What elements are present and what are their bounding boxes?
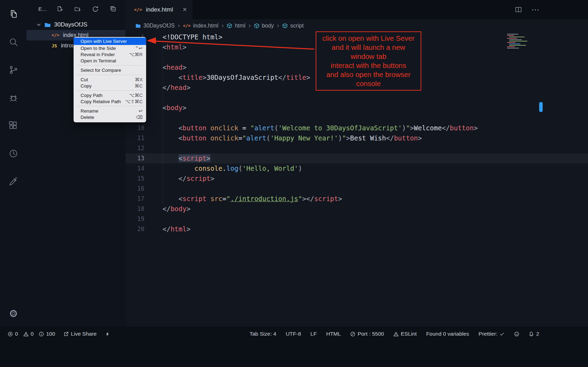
code-text: <button onclick = "alert('Welcome to 30D…: [163, 123, 478, 133]
split-editor-icon[interactable]: [515, 6, 522, 13]
line-number[interactable]: 11: [126, 133, 150, 143]
refresh-icon[interactable]: [92, 6, 99, 12]
more-actions-icon[interactable]: ⋯: [532, 6, 539, 14]
context-menu: Open with Live ServerOpen to the Side⌃↩R…: [74, 37, 146, 122]
menu-item-open-with-live-server[interactable]: Open with Live Server: [74, 38, 146, 45]
breadcrumb-item-index-html[interactable]: </>index.html: [183, 23, 219, 29]
status-utf-8[interactable]: UTF-8: [286, 331, 301, 337]
breadcrumb-item-script[interactable]: script: [282, 23, 303, 29]
code-line-10[interactable]: 10 <button onclick = "alert('Welcome to …: [126, 123, 588, 133]
menu-item-copy[interactable]: Copy⌘C: [74, 83, 146, 89]
menu-item-reveal-in-finder[interactable]: Reveal in Finder⌥⌘R: [74, 51, 146, 58]
menu-item-copy-path[interactable]: Copy Path⌥⌘C: [74, 92, 146, 98]
search-icon[interactable]: [8, 36, 19, 47]
status-0[interactable]: 0: [8, 331, 18, 337]
pen-icon[interactable]: [8, 176, 19, 187]
status-lightning[interactable]: [105, 331, 110, 337]
breadcrumb-separator: ›: [221, 22, 224, 29]
tab-index-html[interactable]: </> index.html ✕: [126, 0, 193, 19]
new-folder-icon[interactable]: [74, 6, 81, 12]
annotation-line: click on open with Live Sever: [317, 34, 420, 43]
status-eslint[interactable]: ESLint: [393, 331, 417, 337]
line-number[interactable]: 18: [126, 204, 150, 214]
breadcrumb-item-30daysofjs[interactable]: 30DaysOfJS: [135, 23, 175, 29]
status-lf[interactable]: LF: [310, 331, 317, 337]
line-number[interactable]: 17: [126, 194, 150, 204]
status-port-5500[interactable]: Port : 5500: [350, 331, 384, 337]
explorer-icon[interactable]: [8, 8, 19, 20]
menu-item-shortcut: ⌥⌘C: [129, 92, 143, 98]
line-number[interactable]: 10: [126, 123, 150, 133]
menu-item-select-for-compare[interactable]: Select for Compare: [74, 67, 146, 73]
code-line-19[interactable]: 19: [126, 214, 588, 224]
new-file-icon[interactable]: [56, 6, 63, 12]
line-number[interactable]: 13: [126, 153, 150, 163]
status-label: UTF-8: [286, 331, 301, 337]
menu-item-label: Copy Path: [81, 93, 129, 98]
smiley-icon: [514, 331, 519, 337]
code-line-18[interactable]: 18</body>: [126, 204, 588, 214]
code-line-8[interactable]: 8<body>: [126, 103, 588, 113]
source-control-icon[interactable]: [8, 64, 19, 75]
menu-item-shortcut: ⌥⌘R: [129, 52, 143, 57]
status-0[interactable]: 0: [23, 331, 34, 337]
status-label: 0: [31, 331, 34, 337]
line-number[interactable]: 12: [126, 143, 150, 153]
menu-item-open-in-terminal[interactable]: Open in Terminal: [74, 58, 146, 64]
menu-separator: [77, 90, 143, 91]
line-number[interactable]: 15: [126, 174, 150, 184]
line-number[interactable]: 16: [126, 184, 150, 194]
folder-icon: [135, 23, 141, 29]
code-line-12[interactable]: 12: [126, 143, 588, 153]
menu-item-delete[interactable]: Delete⌫: [74, 114, 146, 120]
code-line-15[interactable]: 15 </script>: [126, 174, 588, 184]
editor-actions: ⋯: [515, 0, 588, 19]
menu-item-shortcut: ⌘C: [135, 83, 143, 89]
status-prettier[interactable]: Prettier:: [478, 331, 505, 337]
menu-item-copy-relative-path[interactable]: Copy Relative Path⌥⇧⌘C: [74, 98, 146, 105]
menu-item-shortcut: ⌫: [136, 114, 143, 120]
settings-gear-icon[interactable]: [8, 308, 19, 319]
status-100[interactable]: 100: [39, 331, 55, 337]
code-line-7[interactable]: 7: [126, 93, 588, 103]
menu-item-open-to-the-side[interactable]: Open to the Side⌃↩: [74, 45, 146, 51]
menu-item-rename[interactable]: Rename↩: [74, 108, 146, 114]
clock-icon[interactable]: [8, 148, 19, 159]
code-line-14[interactable]: 14 console.log('Hello, World'): [126, 163, 588, 174]
status-found-0-variables[interactable]: Found 0 variables: [426, 331, 469, 337]
code-line-16[interactable]: 16: [126, 184, 588, 194]
run-and-debug-icon[interactable]: [8, 92, 19, 103]
minimap[interactable]: [506, 33, 538, 51]
status-html[interactable]: HTML: [326, 331, 341, 337]
status-2[interactable]: 2: [529, 331, 539, 337]
code-line-9[interactable]: 9: [126, 113, 588, 123]
code-text: <head>: [163, 62, 187, 72]
status-bar: 00100Live Share Tab Size: 4UTF-8LFHTMLPo…: [0, 327, 588, 341]
code-line-13[interactable]: 13 <script>: [126, 153, 588, 163]
folder-icon: [44, 22, 51, 28]
live-share-icon: [63, 331, 69, 337]
line-number[interactable]: 20: [126, 224, 150, 234]
status-smiley[interactable]: [514, 331, 519, 337]
status-live-share[interactable]: Live Share: [63, 331, 97, 337]
close-tab-icon[interactable]: ✕: [182, 6, 187, 13]
collapse-all-icon[interactable]: [110, 6, 116, 12]
code-line-17[interactable]: 17 <script src="./introduction.js"></scr…: [126, 194, 588, 204]
code-line-20[interactable]: 20</html>: [126, 224, 588, 234]
activity-bar: [0, 0, 27, 327]
extensions-icon[interactable]: [8, 120, 19, 131]
status-bar-left: 00100Live Share: [8, 331, 110, 337]
line-number[interactable]: 19: [126, 214, 150, 224]
problems-cluster: 00100: [8, 331, 55, 337]
breadcrumb-label: script: [290, 23, 303, 29]
breadcrumb-item-body[interactable]: body: [254, 23, 274, 29]
status-tab-size-4[interactable]: Tab Size: 4: [249, 331, 276, 337]
breadcrumb-item-html[interactable]: html: [227, 23, 245, 29]
symbol-cube-icon: [227, 23, 232, 29]
menu-item-cut[interactable]: Cut⌘X: [74, 76, 146, 83]
code-line-11[interactable]: 11 <button onclick="alert('Happy New Yea…: [126, 133, 588, 143]
html-file-icon: </>: [134, 7, 142, 12]
annotation-line: console: [317, 79, 420, 88]
folder-row-30daysofjs[interactable]: 30DaysOfJS: [27, 20, 126, 30]
line-number[interactable]: 14: [126, 163, 150, 174]
